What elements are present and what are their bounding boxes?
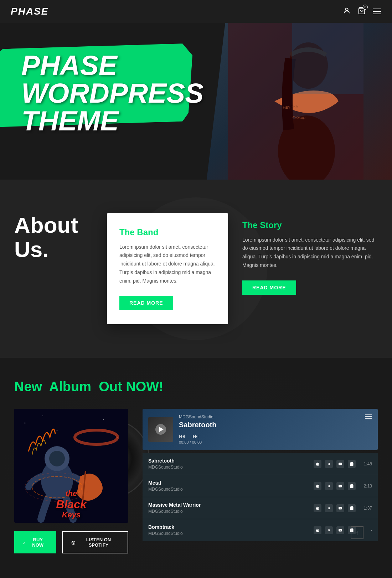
- hero-text: PHASE WORDPRESS THEME: [0, 23, 203, 135]
- about-band-card: The Band Lorem ipsum dolor sit amet, con…: [107, 213, 228, 325]
- hero-title-line3: THEME: [21, 107, 203, 135]
- album-cover-wrap: theBlackKeys ♪ BUY NOW ◎ LISTEN ON SPOTI…: [14, 409, 128, 553]
- amazon-icon[interactable]: a: [325, 460, 333, 468]
- cart-badge-count: 0: [363, 5, 368, 10]
- next-track-button[interactable]: ⏭: [192, 433, 199, 440]
- account-icon[interactable]: [343, 7, 351, 16]
- navbar: PHASE 0: [0, 0, 392, 23]
- track-2-info: Metal MDGSoundStudio: [148, 480, 314, 492]
- hero-title-line1: PHASE: [21, 51, 203, 79]
- track-1-icons: a: [314, 460, 356, 468]
- track-2-icons: a: [314, 482, 356, 490]
- album-heading: New Album Out NOW!: [14, 379, 378, 394]
- track-4-name: Bombtrack: [148, 524, 314, 530]
- track-4-icons: a: [314, 526, 356, 534]
- hero-person-image: HEYOKA AYOKAH: [228, 23, 363, 180]
- buy-now-button[interactable]: ♪ BUY NOW: [14, 531, 56, 553]
- apple-icon[interactable]: [314, 526, 321, 534]
- player-song-title: Sabretooth: [179, 421, 372, 429]
- about-content: About Us. The Band Lorem ipsum dolor sit…: [0, 213, 392, 325]
- prev-track-button[interactable]: ⏮: [179, 433, 185, 440]
- track-3-info: Massive Metal Warrior MDGSoundStudio: [148, 502, 314, 514]
- player-time: 00:00 / 00:00: [179, 440, 372, 444]
- track-4-artist: MDGSoundStudio: [148, 531, 314, 536]
- track-3-duration: 1:37: [361, 506, 372, 511]
- amazon-icon[interactable]: a: [325, 526, 333, 534]
- player-info: MDGSoundStudio Sabretooth ⏮ ⏭ 00:00 / 00…: [179, 414, 372, 444]
- track-list: Sabretooth MDGSoundStudio a: [143, 453, 378, 541]
- album-cover: theBlackKeys: [14, 409, 128, 523]
- album-row: theBlackKeys ♪ BUY NOW ◎ LISTEN ON SPOTI…: [14, 409, 378, 553]
- track-2-artist: MDGSoundStudio: [148, 487, 314, 492]
- nav-icons: 0: [343, 7, 381, 16]
- svg-rect-8: [292, 23, 363, 94]
- cart-track-icon[interactable]: [348, 482, 356, 490]
- apple-icon[interactable]: [314, 504, 321, 512]
- track-item[interactable]: Sabretooth MDGSoundStudio a: [143, 453, 378, 475]
- play-icon: [159, 427, 164, 432]
- youtube-icon[interactable]: [336, 460, 344, 468]
- track-1-info: Sabretooth MDGSoundStudio: [148, 458, 314, 470]
- track-1-artist: MDGSoundStudio: [148, 465, 314, 470]
- track-1-duration: 1:48: [361, 461, 372, 466]
- hero-section: HEYOKA AYOKAH PHASE WORDPRESS THEME: [0, 23, 392, 180]
- story-heading: The Story: [242, 220, 378, 230]
- track-2-duration: 2:13: [361, 484, 372, 489]
- track-2-name: Metal: [148, 480, 314, 486]
- youtube-icon[interactable]: [336, 526, 344, 534]
- apple-icon[interactable]: [314, 460, 321, 468]
- track-3-icons: a: [314, 504, 356, 512]
- album-title-text: theBlackKeys: [18, 489, 125, 519]
- about-title: About Us.: [14, 213, 93, 262]
- music-icon: ♪: [23, 540, 25, 545]
- player-header: MDGSoundStudio Sabretooth ⏮ ⏭ 00:00 / 00…: [143, 409, 378, 450]
- player-thumbnail: [148, 417, 173, 442]
- amazon-icon[interactable]: a: [325, 482, 333, 490]
- band-body-text: Lorem ipsum dolor sit amet, consectetur …: [119, 243, 216, 285]
- about-left: About Us.: [14, 213, 93, 262]
- spotify-icon: ◎: [71, 540, 75, 545]
- album-buttons: ♪ BUY NOW ◎ LISTEN ON SPOTIFY: [14, 531, 128, 553]
- apple-icon[interactable]: [314, 482, 321, 490]
- hero-title-line2: WORDPRESS: [21, 79, 203, 107]
- cart-icon[interactable]: 0: [358, 7, 366, 16]
- music-player: MDGSoundStudio Sabretooth ⏮ ⏭ 00:00 / 00…: [143, 409, 378, 450]
- site-logo: PHASE: [11, 6, 48, 17]
- track-item[interactable]: Metal MDGSoundStudio a: [143, 475, 378, 497]
- hamburger-menu[interactable]: [373, 9, 381, 14]
- svg-point-12: [25, 423, 26, 424]
- youtube-icon[interactable]: [336, 504, 344, 512]
- youtube-icon[interactable]: [336, 482, 344, 490]
- player-studio: MDGSoundStudio: [179, 414, 372, 419]
- track-4-info: Bombtrack MDGSoundStudio: [148, 524, 314, 536]
- hero-title: PHASE WORDPRESS THEME: [21, 51, 203, 135]
- svg-point-0: [345, 8, 348, 10]
- band-read-more-button[interactable]: Read More: [119, 296, 173, 310]
- track-item[interactable]: Bombtrack MDGSoundStudio a: [143, 519, 378, 541]
- track-3-artist: MDGSoundStudio: [148, 509, 314, 514]
- about-section: About Us. The Band Lorem ipsum dolor sit…: [0, 180, 392, 358]
- play-button[interactable]: [155, 424, 166, 435]
- amazon-icon[interactable]: a: [325, 504, 333, 512]
- track-1-name: Sabretooth: [148, 458, 314, 464]
- album-art: theBlackKeys: [14, 409, 128, 523]
- cart-track-icon[interactable]: [348, 460, 356, 468]
- scroll-top-button[interactable]: ↑: [351, 526, 363, 539]
- svg-point-20: [49, 451, 65, 466]
- svg-point-13: [42, 416, 43, 416]
- svg-point-15: [103, 419, 104, 420]
- spotify-button[interactable]: ◎ LISTEN ON SPOTIFY: [62, 531, 128, 553]
- about-story: The Story Lorem ipsum dolor sit amet, co…: [242, 213, 378, 295]
- track-item[interactable]: Massive Metal Warrior MDGSoundStudio a: [143, 497, 378, 519]
- cart-track-icon[interactable]: [348, 504, 356, 512]
- track-3-name: Massive Metal Warrior: [148, 502, 314, 508]
- player-controls: ⏮ ⏭: [179, 433, 372, 440]
- album-section: New Album Out NOW!: [0, 358, 392, 578]
- story-body-text: Lorem ipsum dolor sit amet, consectetur …: [242, 236, 378, 270]
- story-read-more-button[interactable]: Read More: [242, 280, 296, 295]
- band-heading: The Band: [119, 227, 216, 237]
- player-menu-button[interactable]: [365, 414, 372, 419]
- player-section: MDGSoundStudio Sabretooth ⏮ ⏭ 00:00 / 00…: [143, 409, 378, 553]
- svg-point-14: [57, 430, 58, 431]
